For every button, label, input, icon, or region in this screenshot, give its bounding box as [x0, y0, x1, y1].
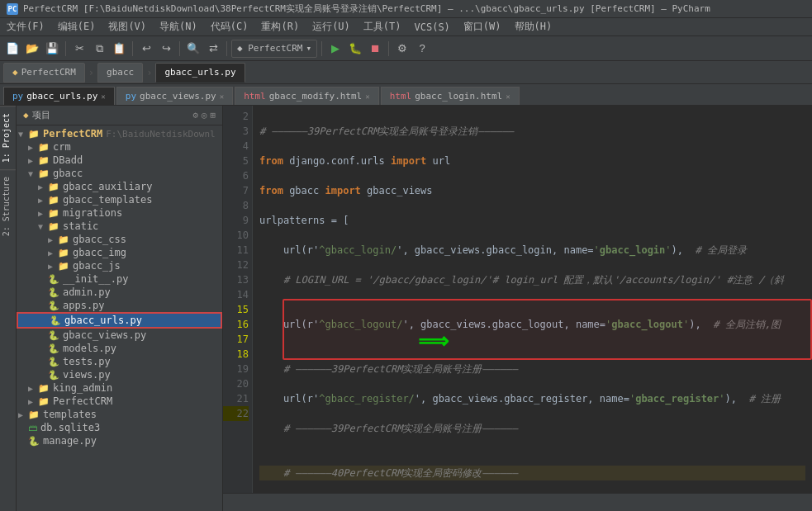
project-header: ◆ 项目 ⚙ ◎ ⊞	[17, 106, 222, 125]
new-file-btn[interactable]: 📄	[3, 40, 21, 58]
tab-label-1: gbacc_urls.py	[26, 91, 97, 102]
tree-root[interactable]: ▼ 📁 PerfectCRM F:\BaiduNetdiskDownl	[17, 127, 222, 140]
sep1	[65, 41, 66, 56]
nav-tab-perfectcrm[interactable]: ◆ PerfectCRM	[3, 63, 85, 83]
ln-17: 17	[223, 332, 249, 347]
ln-20: 20	[223, 376, 249, 391]
tree-gbacc-templates[interactable]: ▶ 📁 gbacc_templates	[17, 193, 222, 206]
run-btn[interactable]: ▶	[326, 40, 344, 58]
tree-init[interactable]: ▶ 🐍 __init__.py	[17, 272, 222, 286]
editor-tab-gbacc-modify[interactable]: html gbacc_modify.html ✕	[235, 87, 379, 105]
editor-tabs: py gbacc_urls.py ✕ py gbacc_views.py ✕ h…	[0, 84, 812, 106]
tree-templates[interactable]: ▶ 📁 templates	[17, 408, 222, 421]
tree-models[interactable]: ▶ 🐍 models.py	[17, 342, 222, 355]
menu-code[interactable]: 代码(C)	[204, 18, 255, 35]
settings-btn[interactable]: ⚙	[393, 40, 411, 58]
tree-gbacc-js[interactable]: ▶ 📁 gbacc_js	[17, 259, 222, 272]
tree-gbacc-auxiliary[interactable]: ▶ 📁 gbacc_auxiliary	[17, 180, 222, 193]
tree-gbacc-views[interactable]: ▶ 🐍 gbacc_views.py	[17, 329, 222, 342]
menu-refactor[interactable]: 重构(R)	[254, 18, 306, 35]
search-btn[interactable]: 🔍	[184, 40, 202, 58]
code-line-9: url(r'^gbacc_logout/', gbacc_views.gbacc…	[259, 317, 805, 332]
menu-window[interactable]: 窗口(W)	[457, 18, 508, 35]
redo-btn[interactable]: ↪	[157, 40, 175, 58]
menu-nav[interactable]: 导航(N)	[153, 18, 204, 35]
side-tab-structure[interactable]: 2: Structure	[0, 169, 16, 243]
root-label: PerfectCRM	[43, 128, 102, 140]
tree-king-admin[interactable]: ▶ 📁 king_admin	[17, 381, 222, 395]
menu-edit[interactable]: 编辑(E)	[51, 18, 102, 35]
ln-11: 11	[223, 243, 249, 258]
migrations-label: migrations	[63, 207, 122, 219]
file-tree: ▼ 📁 PerfectCRM F:\BaiduNetdiskDownl ▶ 📁 …	[17, 125, 222, 511]
debug-btn[interactable]: 🐛	[346, 40, 364, 58]
undo-btn[interactable]: ↩	[137, 40, 155, 58]
tree-static[interactable]: ▼ 📁 static	[17, 220, 222, 233]
gviews-py-icon: 🐍	[48, 330, 59, 341]
copy-btn[interactable]: ⧉	[90, 40, 108, 58]
img-folder-icon: 📁	[58, 248, 69, 258]
project-dropdown[interactable]: ◆ PerfectCRM ▾	[231, 40, 317, 58]
css-folder-icon: 📁	[58, 234, 69, 245]
tree-crm[interactable]: ▶ 📁 crm	[17, 140, 222, 154]
side-tab-project[interactable]: 1: Project	[0, 106, 16, 169]
views-py-icon: 🐍	[48, 370, 59, 381]
project-panel: ◆ 项目 ⚙ ◎ ⊞ ▼ 📁 PerfectCRM F:\BaiduNetdis…	[17, 106, 223, 511]
code-wrapper[interactable]: # ——————39PerfectCRM实现全局账号登录注销—————— fro…	[253, 106, 812, 493]
menu-view[interactable]: 视图(V)	[102, 18, 153, 35]
ln-9: 9	[223, 213, 249, 228]
menubar: 文件(F) 编辑(E) 视图(V) 导航(N) 代码(C) 重构(R) 运行(U…	[0, 18, 812, 36]
tree-views[interactable]: ▶ 🐍 views.py	[17, 368, 222, 381]
tree-admin[interactable]: ▶ 🐍 admin.py	[17, 286, 222, 299]
menu-run[interactable]: 运行(U)	[306, 18, 357, 35]
tree-gbacc-img[interactable]: ▶ 📁 gbacc_img	[17, 246, 222, 259]
nav-tab-gbacc[interactable]: gbacc	[97, 63, 143, 83]
code-line-11: # ——————39PerfectCRM实现全局账号注册——————	[259, 362, 805, 376]
nav-tab-gbacc-urls[interactable]: gbacc_urls.py	[155, 63, 245, 83]
tree-manage[interactable]: ▶ 🐍 manage.py	[17, 434, 222, 447]
tab-close-4[interactable]: ✕	[506, 92, 510, 101]
code-line-4: from gbacc import gbacc_views	[259, 183, 805, 198]
cut-btn[interactable]: ✂	[70, 40, 88, 58]
ln-13: 13	[223, 272, 249, 287]
replace-btn[interactable]: ⇄	[204, 40, 222, 58]
code-editor[interactable]: # ——————39PerfectCRM实现全局账号登录注销—————— fro…	[253, 106, 812, 493]
editor-area: 2 3 4 5 6 7 8 9 10 11 12 13 14 15 16 17 …	[223, 106, 812, 511]
tree-gbacc[interactable]: ▼ 📁 gbacc	[17, 167, 222, 180]
expand-icon[interactable]: ⊞	[210, 110, 216, 121]
gtemplates-arrow: ▶	[38, 196, 48, 205]
tab-close-1[interactable]: ✕	[101, 92, 105, 101]
root-arrow: ▼	[18, 130, 28, 139]
tree-migrations[interactable]: ▶ 📁 migrations	[17, 206, 222, 220]
stop-btn[interactable]: ⏹	[366, 40, 384, 58]
tree-perfectcrm-sub[interactable]: ▶ 📁 PerfectCRM	[17, 395, 222, 408]
gurls-label: gbacc_urls.py	[64, 315, 142, 326]
tree-apps[interactable]: ▶ 🐍 apps.py	[17, 299, 222, 312]
target-icon[interactable]: ◎	[202, 110, 207, 121]
tab-close-3[interactable]: ✕	[365, 92, 369, 101]
gbacc-folder-icon: 📁	[38, 168, 50, 179]
gtemplates-folder-icon: 📁	[48, 195, 59, 206]
help-btn[interactable]: ?	[413, 40, 431, 58]
migrations-folder-icon: 📁	[48, 208, 59, 219]
menu-tools[interactable]: 工具(T)	[357, 18, 408, 35]
tab-close-2[interactable]: ✕	[220, 92, 224, 101]
editor-tab-gbacc-login[interactable]: html gbacc_login.html ✕	[381, 87, 520, 105]
tree-gbacc-css[interactable]: ▶ 📁 gbacc_css	[17, 233, 222, 246]
tree-tests[interactable]: ▶ 🐍 tests.py	[17, 355, 222, 368]
menu-vcs[interactable]: VCS(S)	[408, 20, 457, 35]
editor-tab-gbacc-urls[interactable]: py gbacc_urls.py ✕	[3, 87, 115, 105]
paste-btn[interactable]: 📋	[110, 40, 128, 58]
editor-tab-gbacc-views[interactable]: py gbacc_views.py ✕	[116, 87, 233, 105]
save-btn[interactable]: 💾	[43, 40, 61, 58]
nav-tabs: ◆ PerfectCRM › gbacc › gbacc_urls.py	[0, 61, 812, 84]
gear-icon[interactable]: ⚙	[192, 110, 198, 121]
tree-dbadd[interactable]: ▶ 📁 DBadd	[17, 154, 222, 167]
open-btn[interactable]: 📂	[23, 40, 41, 58]
tree-gbacc-urls[interactable]: ▶ 🐍 gbacc_urls.py	[17, 312, 222, 329]
menu-file[interactable]: 文件(F)	[0, 18, 51, 35]
tree-db[interactable]: ▶ 🗃 db.sqlite3	[17, 421, 222, 434]
menu-help[interactable]: 帮助(H)	[508, 18, 559, 35]
models-py-icon: 🐍	[48, 343, 59, 354]
db-label: db.sqlite3	[40, 422, 100, 433]
